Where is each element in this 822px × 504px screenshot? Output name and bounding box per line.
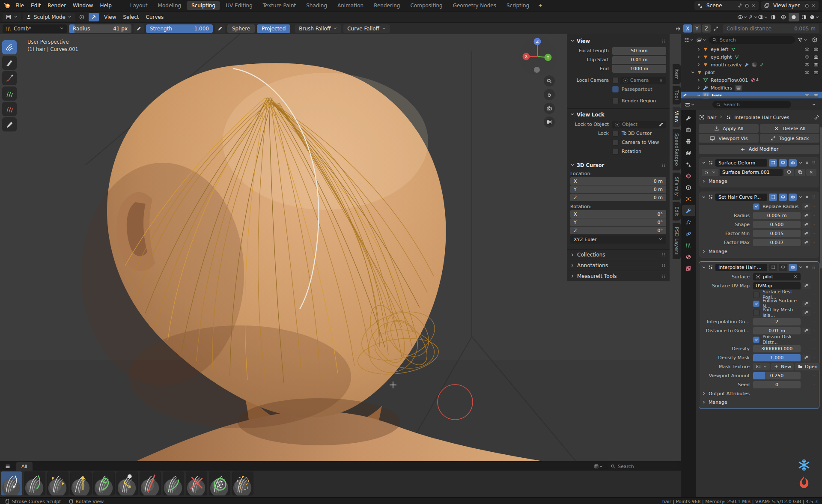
properties-tab-scene[interactable] [682,159,695,170]
gizmos-dropdown[interactable] [748,13,758,21]
curve-draw-tool[interactable] [2,71,17,85]
checkbox[interactable] [753,301,759,307]
mode-selector[interactable]: Sculpt Mode [23,13,75,21]
drag-handle-icon[interactable] [811,265,816,270]
delete-modifier-icon[interactable] [804,194,810,200]
visibility-dropdown[interactable] [737,13,748,21]
menu-window[interactable]: Window [69,2,96,9]
properties-search-input[interactable]: Search [712,101,791,108]
zoom-icon[interactable] [544,75,555,86]
object-field[interactable]: pilot [753,273,801,280]
viewlayer-selector[interactable]: ViewLayer [761,1,819,10]
passepartout-checkbox[interactable] [612,86,619,92]
outliner-row-mouth-cavity[interactable]: mouth cavity [681,61,822,69]
n-panel-tab-sfamily[interactable]: SFamily [673,173,681,200]
modifier-name[interactable]: Surface Deform [715,159,767,167]
shelf-search-input[interactable]: Search [607,463,678,470]
symmetry-axis-z[interactable]: Z [702,24,711,33]
xray-toggle-icon[interactable] [768,13,778,21]
brush-thumbnail-smooth[interactable] [163,471,184,495]
navigation-gizmo[interactable]: Z X Y [516,35,559,78]
cursor-loc-y[interactable]: Y0 m [570,185,666,193]
checkbox[interactable] [753,337,759,343]
drag-handle-icon[interactable] [811,160,816,165]
brush-thumbnail-cut[interactable] [140,471,161,495]
checkbox[interactable] [753,292,759,298]
input-attribute-toggle[interactable] [802,310,810,316]
value-field[interactable]: 0.005 m [753,212,801,219]
editmode-toggle-icon[interactable] [769,194,777,201]
local-camera-checkbox[interactable] [612,77,619,84]
cursor-rot-z[interactable]: Z0° [570,227,666,234]
value-field[interactable]: 0.015 [753,230,801,237]
breadcrumb-modifier[interactable]: Interpolate Hair Curves [734,115,789,120]
pan-hand-icon[interactable] [544,89,555,100]
add-workspace-button[interactable]: + [535,2,546,9]
texture-selector[interactable] [753,363,770,370]
properties-tab-viewlayer[interactable] [682,147,695,158]
close-icon[interactable] [811,3,816,8]
brush-falloff-dropdown[interactable]: Brush Falloff [295,24,341,33]
workspace-tab-compositing[interactable]: Compositing [405,1,447,10]
value-slider[interactable]: 1.000 [753,354,801,361]
clip-start-field[interactable]: 0.01 m [612,56,666,64]
node-group-name[interactable]: Surface Deform.001 [720,169,783,176]
euler-order-dropdown[interactable]: XYZ Euler [570,236,666,244]
pin-icon[interactable] [737,3,742,8]
strength-slider[interactable]: Strength 1.000 [146,24,213,33]
properties-tab-modifiers[interactable] [682,205,695,216]
panel-collections[interactable]: Collections [567,249,670,260]
falloff-shape-button[interactable]: Sphere [227,24,255,33]
blender-logo-icon[interactable] [3,2,11,9]
brush-thumbnail-grow[interactable] [24,471,45,495]
brush-thumbnail-delete[interactable] [186,471,207,495]
properties-tab-particles[interactable] [682,217,695,227]
scene-selector[interactable]: Scene [694,1,759,10]
value-field[interactable]: 0.037 [753,239,801,246]
input-attribute-toggle[interactable] [802,221,810,228]
realtime-toggle-icon[interactable] [779,194,787,201]
subpanel-manage[interactable]: Manage [702,398,816,406]
render-toggle-icon[interactable] [789,194,797,201]
workspace-tab-sculpting[interactable]: Sculpting [187,1,220,10]
input-attribute-toggle[interactable] [802,355,810,361]
outliner-filter-button[interactable] [797,36,807,44]
brush-thumbnail-add[interactable] [47,471,68,495]
text-field[interactable]: UVMap [753,282,801,289]
value-field[interactable]: 2 [753,318,801,325]
cursor-rot-y[interactable]: Y0° [570,218,666,226]
input-attribute-toggle[interactable] [802,239,810,246]
shading-rendered-icon[interactable] [809,13,819,21]
toggle-stack-button[interactable]: Toggle Stack [760,134,820,143]
camera-field[interactable]: Camera [620,77,666,84]
outliner-row-retopoflow-001[interactable]: RetopoFlow.0014 [681,76,822,84]
overlays-dropdown[interactable] [758,13,768,21]
viewport-vis-button[interactable]: Viewport Vis [699,134,759,143]
fake-user-icon[interactable] [784,169,794,176]
add-strands-tool[interactable] [2,86,17,101]
panel-annotations[interactable]: Annotations [567,260,670,271]
panel-measureit-tools[interactable]: MeasureIt Tools [567,271,670,281]
camera-view-icon[interactable] [544,103,555,114]
brush-thumbnail-density[interactable] [209,471,230,495]
falloff-toggle-icon[interactable] [77,13,87,21]
workspace-tab-modeling[interactable]: Modeling [153,1,186,10]
shading-material-icon[interactable] [799,13,809,21]
brush-thumbnail-length[interactable] [70,471,92,495]
comb-tool[interactable] [2,40,17,54]
input-attribute-toggle[interactable] [802,283,810,289]
workspace-tab-shading[interactable]: Shading [301,1,332,10]
camera-to-view-checkbox[interactable] [612,139,619,146]
outliner-row-modifiers[interactable]: Modifiers [681,84,822,92]
properties-tab-collection[interactable] [682,182,695,193]
pen-tool[interactable] [2,117,17,131]
add-modifier-button[interactable]: Add Modifier [699,145,819,154]
delete-modifier-icon[interactable] [804,160,810,165]
workspace-tab-animation[interactable]: Animation [333,1,368,10]
copy-icon[interactable] [804,3,809,8]
lock-3d-cursor-checkbox[interactable] [612,130,619,137]
radius-pressure-icon[interactable] [134,24,144,33]
brush-thumbnail-comb[interactable] [1,471,22,495]
cursor-rot-x[interactable]: X0° [570,210,666,218]
outliner-scrollbar[interactable] [683,96,819,98]
